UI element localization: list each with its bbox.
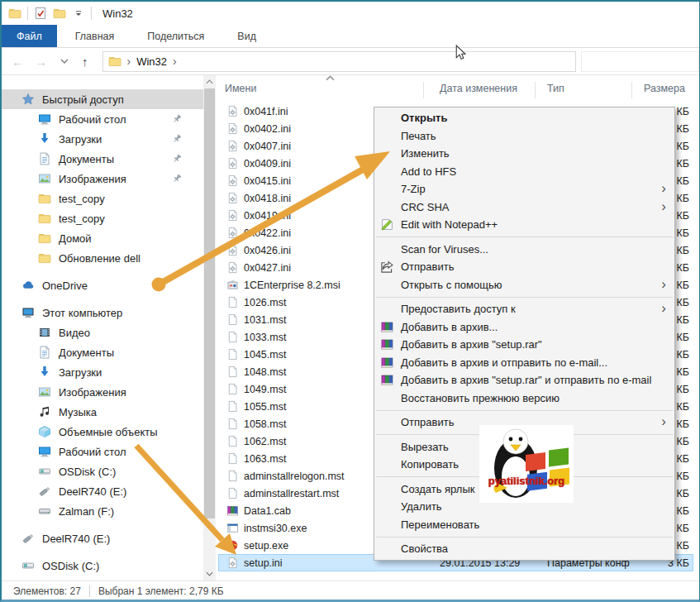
sidebar-item[interactable]: Рабочий стол <box>2 442 203 461</box>
sidebar-item[interactable]: Рабочий стол <box>2 109 203 129</box>
sidebar-item[interactable]: OSDisk (C:) <box>2 461 203 481</box>
breadcrumb[interactable]: Win32 <box>136 55 167 68</box>
sidebar-item[interactable]: Изображения <box>2 382 203 402</box>
ribbon-tab-1[interactable]: Главная <box>60 25 130 47</box>
file-name: 1048.mst <box>244 366 286 378</box>
menu-item[interactable]: Предоставить доступ к› <box>374 300 674 318</box>
menu-item[interactable]: Добавить в архив... <box>374 318 674 337</box>
navigation-pane: Быстрый доступРабочий столЗагрузкиДокуме… <box>2 75 203 580</box>
sidebar-item-label: Музыка <box>59 406 97 418</box>
menu-item[interactable]: Add to HFS <box>374 163 674 181</box>
forward-button[interactable]: → <box>35 55 47 68</box>
menu-item[interactable]: Открыть с помощью› <box>374 276 674 294</box>
sidebar-item[interactable]: Загрузки <box>2 362 203 382</box>
sidebar-item[interactable]: Музыка <box>2 402 203 422</box>
scroll-down-icon[interactable] <box>206 571 213 576</box>
menu-item-label: Открыть <box>401 112 447 124</box>
menu-item-label: Edit with Notepad++ <box>401 218 498 231</box>
sidebar-item-label: Загрузки <box>59 366 102 379</box>
sidebar-item[interactable]: OneDrive <box>2 275 203 295</box>
sidebar-item[interactable]: Zalman (F:) <box>2 501 203 521</box>
sidebar-item[interactable]: DeelR740 (E:) <box>2 528 203 548</box>
properties-check-icon[interactable] <box>34 7 47 20</box>
toolbar-divider <box>27 7 28 20</box>
menu-item-label: Копировать <box>401 458 459 471</box>
sidebar-item[interactable]: Документы <box>2 149 203 169</box>
address-bar[interactable]: › Win32 › <box>102 51 577 72</box>
history-chevron-icon[interactable] <box>58 59 71 64</box>
menu-item[interactable]: Отправить <box>374 258 674 276</box>
column-header-size[interactable]: Размера <box>644 83 685 94</box>
file-name: 0x0426.ini <box>244 245 291 256</box>
sidebar-item[interactable]: Изображения <box>2 169 203 189</box>
usb-icon <box>38 485 51 498</box>
sidebar-item-label: DeelR740 (E:) <box>42 533 110 545</box>
menu-item-label: Создать ярлык <box>401 483 474 495</box>
status-divider <box>89 585 90 597</box>
column-header-name[interactable]: Имени <box>225 83 256 94</box>
mst-file-icon <box>226 366 239 378</box>
folder-icon <box>38 232 51 245</box>
sidebar-scrollbar[interactable] <box>203 75 216 580</box>
sidebar-item[interactable]: DeelR740 (E:) <box>2 481 203 501</box>
sidebar-item[interactable]: OSDisk (C:) <box>2 556 203 576</box>
menu-item[interactable]: Scan for Viruses... <box>374 241 674 259</box>
sidebar-item-label: Быстрый доступ <box>42 93 124 106</box>
video-icon <box>38 326 51 339</box>
file-name: 1031.mst <box>244 314 286 326</box>
sidebar-item[interactable]: Домой <box>2 228 203 248</box>
sidebar-item[interactable]: Быстрый доступ <box>2 89 203 109</box>
menu-item[interactable]: Добавить в архив "setup.rar" <box>374 336 674 354</box>
sidebar-item[interactable]: test_copy <box>2 189 203 208</box>
music-icon <box>38 405 51 418</box>
up-button[interactable]: ↑ <box>82 55 88 68</box>
mst-file-icon <box>226 348 239 361</box>
search-input[interactable] <box>581 51 699 72</box>
column-divider[interactable] <box>631 82 632 98</box>
column-divider[interactable] <box>535 82 536 98</box>
ribbon-tab-3[interactable]: Вид <box>222 25 271 47</box>
scroll-up-icon[interactable] <box>206 79 213 84</box>
quick-access-caret-icon[interactable] <box>72 10 85 17</box>
column-divider[interactable] <box>423 82 424 98</box>
osdisk-icon <box>21 559 35 572</box>
mst-file-icon <box>226 435 239 447</box>
column-headers: Имени Дата изменения Тип Размера <box>218 80 700 98</box>
ini-file-icon <box>226 227 239 239</box>
menu-item-label: Удалить <box>401 500 442 513</box>
menu-item[interactable]: Печать <box>374 127 674 146</box>
column-header-type[interactable]: Тип <box>547 83 564 94</box>
ribbon-tab-2[interactable]: Поделиться <box>132 25 219 47</box>
ribbon-tab-label: Вид <box>237 31 256 42</box>
menu-item[interactable]: Добавить в архив "setup.rar" и отправить… <box>374 371 674 389</box>
sidebar-item[interactable]: test_copy <box>2 208 203 228</box>
menu-item[interactable]: Открыть <box>374 109 674 127</box>
menu-item[interactable]: Edit with Notepad++ <box>374 216 674 234</box>
menu-item[interactable]: Свойства <box>374 540 674 558</box>
sidebar-item[interactable]: Документы <box>2 342 203 362</box>
menu-item[interactable]: Восстановить прежнюю версию <box>374 389 674 408</box>
scrollbar-thumb[interactable] <box>204 88 215 518</box>
menu-item-label: Добавить в архив "setup.rar" и отправить… <box>401 374 651 386</box>
ribbon-tab-label: Поделиться <box>147 31 204 42</box>
sidebar-item[interactable]: Видео <box>2 322 203 342</box>
column-header-date[interactable]: Дата изменения <box>440 83 517 94</box>
menu-item[interactable]: Добавить в архив и отправить по e-mail..… <box>374 354 674 372</box>
sidebar-item-label: Рабочий стол <box>59 446 126 458</box>
back-button[interactable]: ← <box>12 55 24 68</box>
menu-item[interactable]: CRC SHA› <box>374 198 674 217</box>
folder-icon[interactable] <box>53 7 66 20</box>
sidebar-item[interactable]: Объемные объекты <box>2 422 203 442</box>
menu-item[interactable]: Переименовать <box>374 516 674 534</box>
sidebar-item[interactable]: Загрузки <box>2 129 203 149</box>
sidebar-item[interactable]: Обновление dell <box>2 248 203 268</box>
sidebar-item-label: Изображения <box>59 173 126 185</box>
sidebar-item-label: Объемные объекты <box>59 426 158 438</box>
downloads-icon <box>38 366 51 379</box>
sidebar-item[interactable]: Этот компьютер <box>2 303 203 322</box>
menu-item[interactable]: 7-Zip› <box>374 180 674 198</box>
ribbon-tab-0[interactable]: Файл <box>2 25 57 47</box>
menu-item[interactable]: Изменить <box>374 145 674 163</box>
menu-item-label: Отправить <box>401 260 454 273</box>
ribbon-tabs: ФайлГлавнаяПоделитьсяВид <box>2 25 699 48</box>
